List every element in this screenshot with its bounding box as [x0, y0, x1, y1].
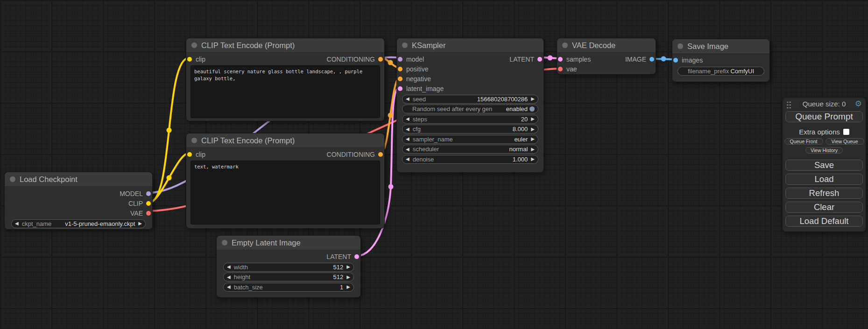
increment-arrow-icon[interactable]: ▶ — [531, 117, 535, 121]
toggle-dot[interactable] — [529, 106, 535, 112]
node-title: Load Checkpoint — [20, 175, 78, 184]
slot-dot-conditioning — [398, 77, 402, 81]
node-title: VAE Decode — [572, 41, 615, 50]
collapse-dot-icon[interactable] — [191, 138, 197, 143]
output-slot-conditioning[interactable]: CONDITIONING — [327, 151, 375, 158]
decrement-arrow-icon[interactable]: ◀ — [406, 147, 409, 152]
node-header[interactable]: VAE Decode — [557, 38, 656, 53]
decrement-arrow-icon[interactable]: ◀ — [15, 221, 19, 226]
clear-button[interactable]: Clear — [785, 202, 863, 213]
increment-arrow-icon[interactable]: ▶ — [346, 275, 350, 280]
output-slot-model[interactable]: MODEL — [120, 190, 143, 197]
widget-label: batch_size — [234, 284, 263, 291]
node-clip-text-encode-negative[interactable]: CLIP Text Encode (Prompt) clip CONDITION… — [186, 133, 385, 229]
widget-height[interactable]: ◀ height 512 ▶ — [223, 273, 354, 281]
decrement-arrow-icon[interactable]: ◀ — [406, 127, 409, 132]
view-history-button[interactable]: View History — [805, 147, 843, 154]
decrement-arrow-icon[interactable]: ◀ — [406, 117, 409, 121]
increment-arrow-icon[interactable]: ▶ — [531, 97, 535, 101]
input-slot-vae[interactable]: vae — [566, 65, 577, 73]
widget-scheduler[interactable]: ◀ scheduler normal ▶ — [402, 145, 538, 154]
node-ksampler[interactable]: KSampler model LATENT positive negative — [396, 38, 544, 173]
node-header[interactable]: Load Checkpoint — [5, 172, 152, 187]
decrement-arrow-icon[interactable]: ◀ — [406, 97, 409, 101]
decrement-arrow-icon[interactable]: ◀ — [227, 265, 231, 269]
node-header[interactable]: KSampler — [397, 38, 543, 53]
increment-arrow-icon[interactable]: ▶ — [531, 127, 535, 132]
refresh-button[interactable]: Refresh — [785, 188, 863, 199]
widget-batch-size[interactable]: ◀ batch_size 1 ▶ — [223, 283, 354, 292]
node-header[interactable]: Save Image — [672, 39, 769, 54]
comfyui-canvas[interactable]: { "colors": { "model": "#b39ddb", "clip"… — [0, 0, 868, 329]
output-slot-latent[interactable]: LATENT — [509, 56, 534, 63]
link-dot — [167, 175, 172, 181]
prompt-textarea[interactable]: beautiful scenery nature glass bottle la… — [191, 65, 380, 118]
slot-dot-image — [673, 58, 678, 63]
collapse-dot-icon[interactable] — [10, 176, 15, 182]
widget-seed[interactable]: ◀ seed 156680208700286 ▶ — [402, 95, 538, 104]
increment-arrow-icon[interactable]: ▶ — [531, 157, 535, 161]
widget-width[interactable]: ◀ width 512 ▶ — [223, 263, 354, 272]
decrement-arrow-icon[interactable]: ◀ — [406, 137, 409, 141]
node-load-checkpoint[interactable]: Load Checkpoint MODEL CLIP VAE ◀ ckpt_na… — [4, 172, 153, 230]
output-slot-image[interactable]: IMAGE — [625, 56, 646, 63]
output-slot-latent[interactable]: LATENT — [326, 253, 351, 260]
collapse-dot-icon[interactable] — [562, 42, 568, 48]
link-dot — [167, 128, 172, 133]
prompt-textarea[interactable]: text, watermark — [191, 161, 380, 224]
view-queue-button[interactable]: View Queue — [826, 138, 864, 145]
node-header[interactable]: CLIP Text Encode (Prompt) — [186, 38, 384, 53]
collapse-dot-icon[interactable] — [677, 43, 683, 49]
widget-denoise[interactable]: ◀ denoise 1.000 ▶ — [402, 155, 538, 164]
increment-arrow-icon[interactable]: ▶ — [346, 265, 350, 269]
gear-icon[interactable]: ⚙ — [855, 99, 862, 109]
queue-prompt-button[interactable]: Queue Prompt — [785, 111, 863, 122]
input-slot-latent-image[interactable]: latent_image — [406, 85, 444, 92]
node-clip-text-encode-positive[interactable]: CLIP Text Encode (Prompt) clip CONDITION… — [186, 38, 385, 121]
input-slot-clip[interactable]: clip — [196, 56, 205, 63]
node-save-image[interactable]: Save Image images filename_prefix ComfyU… — [672, 39, 770, 82]
input-slot-model[interactable]: model — [406, 56, 424, 63]
output-slot-conditioning[interactable]: CONDITIONING — [327, 56, 375, 63]
output-slot-clip[interactable]: CLIP — [128, 200, 143, 207]
node-empty-latent-image[interactable]: Empty Latent Image LATENT ◀ width 512 ▶ … — [216, 235, 361, 298]
input-slot-samples[interactable]: samples — [566, 56, 591, 63]
queue-front-button[interactable]: Queue Front — [784, 138, 823, 145]
save-button[interactable]: Save — [785, 160, 863, 171]
widget-steps[interactable]: ◀ steps 20 ▶ — [402, 115, 538, 124]
load-default-button[interactable]: Load Default — [785, 216, 863, 227]
input-slot-positive[interactable]: positive — [406, 65, 428, 73]
widget-ckpt-name[interactable]: ◀ ckpt_name v1-5-pruned-emaonly.ckpt ▶ — [11, 219, 146, 228]
widget-sampler-name[interactable]: ◀ sampler_name euler ▶ — [402, 135, 538, 144]
slot-label: vae — [566, 65, 577, 73]
slot-dot-clip — [187, 152, 192, 157]
decrement-arrow-icon[interactable]: ◀ — [227, 285, 231, 289]
widget-value: 20 — [521, 116, 528, 123]
increment-arrow-icon[interactable]: ▶ — [531, 137, 535, 141]
collapse-dot-icon[interactable] — [191, 42, 197, 48]
input-slot-images[interactable]: images — [682, 56, 703, 64]
input-slot-clip[interactable]: clip — [196, 151, 205, 158]
decrement-arrow-icon[interactable]: ◀ — [227, 275, 231, 280]
output-slot-vae[interactable]: VAE — [130, 210, 143, 217]
node-vae-decode[interactable]: VAE Decode samples IMAGE vae — [557, 38, 656, 75]
widget-cfg[interactable]: ◀ cfg 8.000 ▶ — [402, 125, 538, 133]
extra-options-checkbox[interactable] — [843, 129, 849, 135]
drag-handle-icon[interactable] — [786, 101, 791, 109]
increment-arrow-icon[interactable]: ▶ — [346, 285, 350, 289]
node-header[interactable]: CLIP Text Encode (Prompt) — [186, 133, 384, 148]
collapse-dot-icon[interactable] — [402, 42, 408, 48]
widget-random-seed-toggle[interactable]: Random seed after every gen enabled — [402, 105, 538, 113]
widget-label: width — [234, 264, 248, 271]
increment-arrow-icon[interactable]: ▶ — [138, 221, 142, 226]
widget-filename-prefix[interactable]: filename_prefix ComfyUI — [677, 67, 764, 76]
collapse-dot-icon[interactable] — [222, 240, 227, 245]
input-slot-negative[interactable]: negative — [406, 75, 431, 83]
node-header[interactable]: Empty Latent Image — [217, 236, 360, 250]
decrement-arrow-icon[interactable]: ◀ — [406, 157, 409, 161]
node-title: Empty Latent Image — [232, 238, 301, 247]
slot-dot-latent — [558, 57, 563, 62]
link-dot — [388, 60, 393, 65]
increment-arrow-icon[interactable]: ▶ — [531, 147, 535, 152]
load-button[interactable]: Load — [785, 174, 863, 185]
